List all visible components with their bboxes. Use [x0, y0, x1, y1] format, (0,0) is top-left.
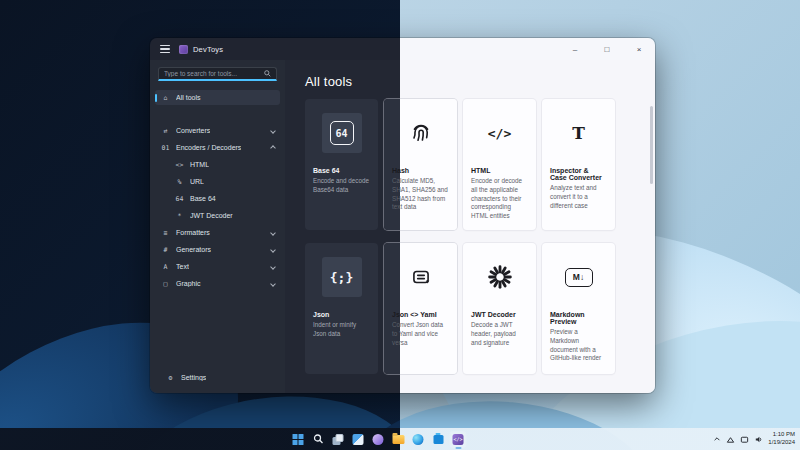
- generator-icon: #: [160, 246, 171, 254]
- scrollbar[interactable]: [650, 106, 653, 184]
- tray-time: 1:10 PM: [768, 431, 795, 439]
- devtoys-icon[interactable]: </>: [451, 432, 466, 447]
- tool-card-hash[interactable]: Hash Calculate MD5, SHA1, SHA256 and SHA…: [384, 99, 457, 230]
- letter-t-icon: T: [559, 113, 599, 153]
- tool-card-markdown-preview[interactable]: M↓ Markdown Preview Preview a Markdown d…: [542, 243, 615, 374]
- swap-icon: ⇄: [160, 127, 171, 135]
- tool-card-title: Json: [313, 311, 370, 318]
- sidebar-item-html[interactable]: <> HTML: [169, 157, 280, 172]
- sidebar-item-formatters[interactable]: ≡ Formatters: [155, 225, 280, 240]
- sidebar-item-graphic[interactable]: □ Graphic: [155, 276, 280, 291]
- copilot-icon[interactable]: [371, 432, 386, 447]
- taskbar-icons: </>: [291, 428, 466, 450]
- tool-card-desc: Convert Json data to Yaml and vice versa: [392, 321, 449, 347]
- tool-card-title: JWT Decoder: [471, 311, 528, 318]
- token-icon: *: [174, 212, 185, 220]
- tray-date: 1/19/2024: [768, 439, 795, 447]
- onedrive-icon[interactable]: [726, 435, 735, 444]
- sidebar-item-base64[interactable]: 64 Base 64: [169, 191, 280, 206]
- sidebar-item-settings[interactable]: ⚙ Settings: [160, 370, 275, 385]
- chevron-down-icon: [270, 230, 276, 236]
- start-icon[interactable]: [291, 432, 306, 447]
- tool-card-title: Json <> Yaml: [392, 311, 449, 318]
- chevron-down-icon: [270, 281, 276, 287]
- window-body: ⌂ All tools ⇄ Converters 01 Encoders / D…: [150, 60, 655, 393]
- link-icon: %: [174, 178, 185, 186]
- tool-card-title: Markdown Preview: [550, 311, 607, 325]
- close-button[interactable]: ×: [623, 38, 655, 60]
- window-controls: – □ ×: [559, 38, 655, 60]
- maximize-button[interactable]: □: [591, 38, 623, 60]
- fingerprint-icon: [401, 113, 441, 153]
- hamburger-menu-icon[interactable]: [160, 45, 170, 53]
- tool-card-title: Base 64: [313, 167, 370, 174]
- titlebar[interactable]: DevToys – □ ×: [150, 38, 655, 60]
- sidebar-item-text[interactable]: A Text: [155, 259, 280, 274]
- encode-icon: 01: [160, 144, 171, 152]
- window-title: DevToys: [193, 45, 223, 54]
- chevron-down-icon: [270, 247, 276, 253]
- search-icon: [264, 70, 271, 77]
- devtoys-logo-icon: [179, 45, 188, 54]
- minimize-button[interactable]: –: [559, 38, 591, 60]
- tool-card-json[interactable]: {;} Json Indent or minify Json data: [305, 243, 378, 374]
- markdown-icon: M↓: [559, 257, 599, 297]
- edge-icon[interactable]: [411, 432, 426, 447]
- code-icon: </>: [480, 113, 520, 153]
- text-icon: A: [160, 263, 171, 271]
- microsoft-store-icon[interactable]: [431, 432, 446, 447]
- tool-card-desc: Decode a JWT header, payload and signatu…: [471, 321, 528, 347]
- tool-card-base64[interactable]: 64 Base 64 Encode and decode Base64 data: [305, 99, 378, 230]
- tool-card-json-yaml[interactable]: Json <> Yaml Convert Json data to Yaml a…: [384, 243, 457, 374]
- burst-icon: [480, 257, 520, 297]
- sidebar-item-jwt-decoder[interactable]: * JWT Decoder: [169, 208, 280, 223]
- tool-card-desc: Calculate MD5, SHA1, SHA256 and SHA512 h…: [392, 177, 449, 212]
- base64-icon: 64: [322, 113, 362, 153]
- file-explorer-icon[interactable]: [391, 432, 406, 447]
- braces-icon: {;}: [322, 257, 362, 297]
- tool-card-title: Inspector & Case Converter: [550, 167, 607, 181]
- tool-card-grid: 64 Base 64 Encode and decode Base64 data: [305, 99, 655, 374]
- tool-card-inspector[interactable]: T Inspector & Case Converter Analyze tex…: [542, 99, 615, 230]
- devtoys-window: DevToys – □ × ⌂: [150, 38, 655, 393]
- taskbar-clock[interactable]: 1:10 PM 1/19/2024: [768, 431, 795, 447]
- sidebar-item-generators[interactable]: # Generators: [155, 242, 280, 257]
- tool-card-html[interactable]: </> HTML Encode or decode all the applic…: [463, 99, 536, 230]
- sidebar-item-converters[interactable]: ⇄ Converters: [155, 123, 280, 138]
- indent-icon: ≡: [160, 229, 171, 237]
- sidebar: ⌂ All tools ⇄ Converters 01 Encoders / D…: [150, 60, 285, 393]
- tool-card-jwt-decoder[interactable]: JWT Decoder Decode a JWT header, payload…: [463, 243, 536, 374]
- chevron-up-icon: [270, 145, 276, 151]
- volume-icon[interactable]: [754, 435, 763, 444]
- markup-icon: <>: [174, 161, 185, 169]
- repeat-icon: [401, 257, 441, 297]
- main-content: All tools 64 Base 64 Encode and decode B…: [285, 60, 655, 393]
- tool-card-title: HTML: [471, 167, 528, 174]
- system-tray: 1:10 PM 1/19/2024: [713, 428, 795, 450]
- tool-card-desc: Encode or decode all the applicable char…: [471, 177, 528, 221]
- tool-card-desc: Encode and decode Base64 data: [313, 177, 370, 195]
- sidebar-item-encoders-decoders[interactable]: 01 Encoders / Decoders: [155, 140, 280, 155]
- chevron-down-icon: [270, 128, 276, 134]
- base64-icon: 64: [174, 195, 185, 203]
- chevron-down-icon: [270, 264, 276, 270]
- tool-card-desc: Indent or minify Json data: [313, 321, 370, 339]
- desktop: DevToys – □ × ⌂: [0, 0, 800, 450]
- task-view-icon[interactable]: [331, 432, 346, 447]
- tool-card-desc: Preview a Markdown document with a GitHu…: [550, 328, 607, 363]
- widgets-icon[interactable]: [351, 432, 366, 447]
- sidebar-item-all-tools[interactable]: ⌂ All tools: [155, 90, 280, 105]
- search-input[interactable]: [164, 70, 261, 77]
- tool-card-title: Hash: [392, 167, 449, 174]
- home-icon: ⌂: [160, 94, 171, 102]
- sidebar-item-url[interactable]: % URL: [169, 174, 280, 189]
- search-box[interactable]: [158, 67, 277, 81]
- language-icon[interactable]: [740, 435, 749, 444]
- taskbar: </> 1:10 PM 1/19/2024: [0, 428, 800, 450]
- hidden-icons-chevron-icon[interactable]: [713, 435, 721, 443]
- tool-card-desc: Analyze text and convert it to a differe…: [550, 184, 607, 210]
- image-icon: □: [160, 280, 171, 288]
- sidebar-nav: ⌂ All tools ⇄ Converters 01 Encoders / D…: [150, 89, 285, 292]
- page-title: All tools: [305, 74, 655, 89]
- search-icon[interactable]: [311, 432, 326, 447]
